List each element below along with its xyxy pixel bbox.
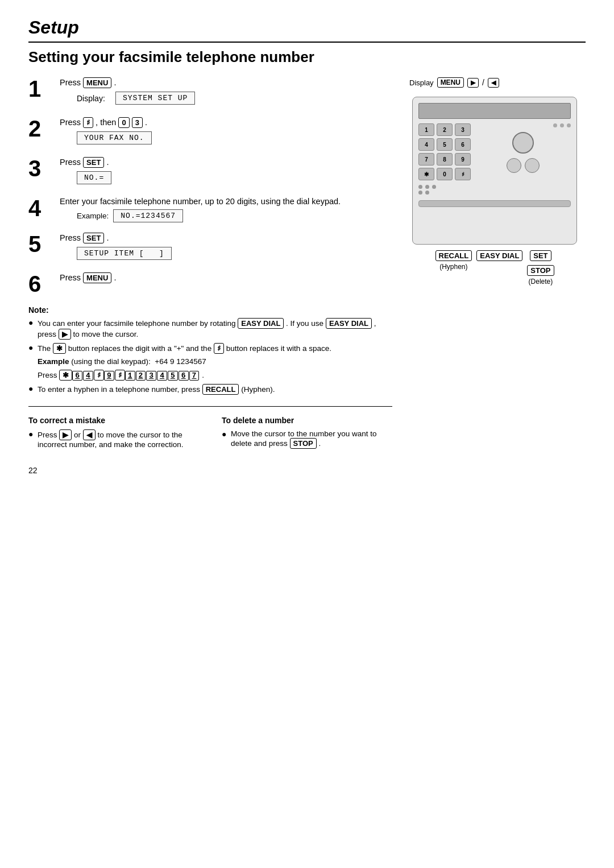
star-key-note: ✱ bbox=[53, 343, 66, 354]
page-title: Setup bbox=[28, 17, 586, 43]
lcd-4-example: NO.=1234567 bbox=[113, 209, 183, 222]
bullet-1: ● bbox=[28, 318, 38, 327]
hash-key-seq1: ♯ bbox=[94, 370, 104, 381]
key-6: 6 bbox=[455, 138, 471, 151]
bullet-5: ● bbox=[28, 384, 38, 393]
dot-2 bbox=[425, 185, 429, 189]
step-6: 6 Press MENU . bbox=[28, 272, 392, 295]
indicator-dot-2 bbox=[560, 123, 564, 127]
step-2-number: 2 bbox=[28, 117, 60, 140]
key-0-pad: 0 bbox=[437, 168, 453, 180]
hash-key-seq2: ♯ bbox=[115, 370, 125, 381]
note-item-2: ● The ✱ button replaces the digit with a… bbox=[28, 343, 392, 354]
key-3: 3 bbox=[132, 117, 143, 128]
step-3-text: Press SET . bbox=[60, 157, 392, 168]
bottom-bullet-right: ● bbox=[222, 429, 231, 439]
small-btns-row bbox=[507, 158, 540, 173]
fax-device: 1 2 3 4 5 6 7 8 9 ✱ 0 ♯ bbox=[412, 97, 577, 245]
easy-dial-group: EASY DIAL bbox=[476, 250, 522, 261]
step-5-number: 5 bbox=[28, 233, 60, 255]
note-section: Note: ● You can enter your facsimile tel… bbox=[28, 305, 392, 395]
step-3-display-row: NO.= bbox=[77, 171, 392, 184]
step-5-content: Press SET . SETUP ITEM [ ] bbox=[60, 233, 392, 262]
bottom-left-title: To correct a mistake bbox=[28, 416, 199, 425]
step-5-text: Press SET . bbox=[60, 233, 392, 243]
note-text-2: The ✱ button replaces the digit with a "… bbox=[38, 343, 331, 354]
circle-btn-1 bbox=[507, 158, 521, 173]
bottom-right: To delete a number ● Move the cursor to … bbox=[222, 416, 392, 449]
section-title: Setting your facsimile telephone number bbox=[28, 48, 586, 66]
key-8: 8 bbox=[437, 153, 453, 166]
note-item-3: Example (using the dial keypad): +64 9 1… bbox=[28, 357, 392, 366]
note-text-3: Example (using the dial keypad): +64 9 1… bbox=[38, 357, 206, 366]
key-4: 4 bbox=[418, 138, 434, 151]
page-number: 22 bbox=[28, 466, 392, 475]
note-text-1: You can enter your facsimile telephone n… bbox=[38, 318, 392, 340]
note-title: Note: bbox=[28, 305, 392, 315]
set-key-device: SET bbox=[530, 250, 551, 261]
device-arrow-left-label: ◀ bbox=[488, 78, 499, 88]
stop-key-device: STOP bbox=[527, 265, 554, 276]
step-5: 5 Press SET . SETUP ITEM [ ] bbox=[28, 233, 392, 262]
step-1-display-row: Display: SYSTEM SET UP bbox=[77, 92, 392, 105]
step-4-example-row: Example: NO.=1234567 bbox=[77, 209, 392, 222]
easy-dial-key-note: EASY DIAL bbox=[238, 318, 284, 329]
device-menu-label: MENU bbox=[437, 77, 464, 88]
note-item-1: ● You can enter your facsimile telephone… bbox=[28, 318, 392, 340]
step-1-text: Press MENU . bbox=[60, 77, 392, 88]
bottom-section: To correct a mistake ● Press ▶ or ◀ to m… bbox=[28, 406, 392, 449]
key-5: 5 bbox=[437, 138, 453, 151]
dot-4 bbox=[418, 191, 422, 195]
arrow-left-bottom: ◀ bbox=[83, 429, 96, 440]
key-star: ✱ bbox=[418, 168, 434, 180]
step-4-number: 4 bbox=[28, 197, 60, 220]
dot-3 bbox=[432, 185, 436, 189]
key-3-pad: 3 bbox=[455, 123, 471, 136]
key-2: 2 bbox=[437, 123, 453, 136]
easy-dial-key-device: EASY DIAL bbox=[476, 250, 522, 261]
note-item-5: ● To enter a hyphen in a telephone numbe… bbox=[28, 384, 392, 395]
bottom-left-text: Press ▶ or ◀ to move the cursor to the i… bbox=[38, 429, 199, 449]
steps-column: 1 Press MENU . Display: SYSTEM SET UP 2 … bbox=[28, 77, 392, 475]
bottom-right-item: ● Move the cursor to the number you want… bbox=[222, 429, 392, 449]
lcd-2: YOUR FAX NO. bbox=[77, 131, 152, 144]
recall-key-note: RECALL bbox=[202, 384, 239, 395]
step-2-text: Press ♯ , then 0 3 . bbox=[60, 117, 392, 128]
indicator-dot-1 bbox=[553, 123, 557, 127]
small-dots-row bbox=[418, 185, 471, 189]
note-item-4: Press ✱64♯9♯1234567 . bbox=[28, 370, 392, 381]
device-button-labels: RECALL (Hyphen) EASY DIAL SET STOP (Dele… bbox=[435, 250, 554, 286]
circle-btn-2 bbox=[525, 158, 540, 173]
fax-right-controls bbox=[475, 123, 571, 196]
device-display-label: Display bbox=[409, 78, 434, 87]
menu-key-1: MENU bbox=[83, 77, 111, 88]
key-9: 9 bbox=[455, 153, 471, 166]
step-4: 4 Enter your facsimile telephone number,… bbox=[28, 197, 392, 222]
display-label-1: Display: bbox=[77, 94, 111, 103]
step-2-display-row: YOUR FAX NO. bbox=[77, 131, 392, 144]
step-3-content: Press SET . NO.= bbox=[60, 157, 392, 187]
step-4-text: Enter your facsimile telephone number, u… bbox=[60, 197, 392, 206]
set-key-3: SET bbox=[83, 157, 104, 168]
lcd-5: SETUP ITEM [ ] bbox=[77, 247, 172, 260]
stop-key-bottom: STOP bbox=[290, 438, 317, 449]
fax-left-controls: 1 2 3 4 5 6 7 8 9 ✱ 0 ♯ bbox=[418, 123, 471, 196]
device-slash: / bbox=[482, 78, 484, 87]
bottom-bullet-left: ● bbox=[28, 429, 38, 439]
note-text-5: To enter a hyphen in a telephone number,… bbox=[38, 384, 275, 395]
step-3: 3 Press SET . NO.= bbox=[28, 157, 392, 187]
delete-label: (Delete) bbox=[529, 278, 553, 286]
step-6-text: Press MENU . bbox=[60, 272, 392, 283]
set-group: SET STOP (Delete) bbox=[527, 250, 554, 286]
dot-5 bbox=[425, 191, 429, 195]
keypad-grid: 1 2 3 4 5 6 7 8 9 ✱ 0 ♯ bbox=[418, 123, 471, 180]
step-2-content: Press ♯ , then 0 3 . YOUR FAX NO. bbox=[60, 117, 392, 147]
key-0: 0 bbox=[118, 117, 129, 128]
small-dots-row2 bbox=[418, 191, 471, 195]
arrow-right-note: ▶ bbox=[59, 329, 71, 340]
hyphen-label: (Hyphen) bbox=[439, 263, 467, 271]
note-text-4: Press ✱64♯9♯1234567 . bbox=[38, 370, 204, 381]
bottom-left: To correct a mistake ● Press ▶ or ◀ to m… bbox=[28, 416, 199, 449]
step-1: 1 Press MENU . Display: SYSTEM SET UP bbox=[28, 77, 392, 107]
bullet-2: ● bbox=[28, 343, 38, 352]
